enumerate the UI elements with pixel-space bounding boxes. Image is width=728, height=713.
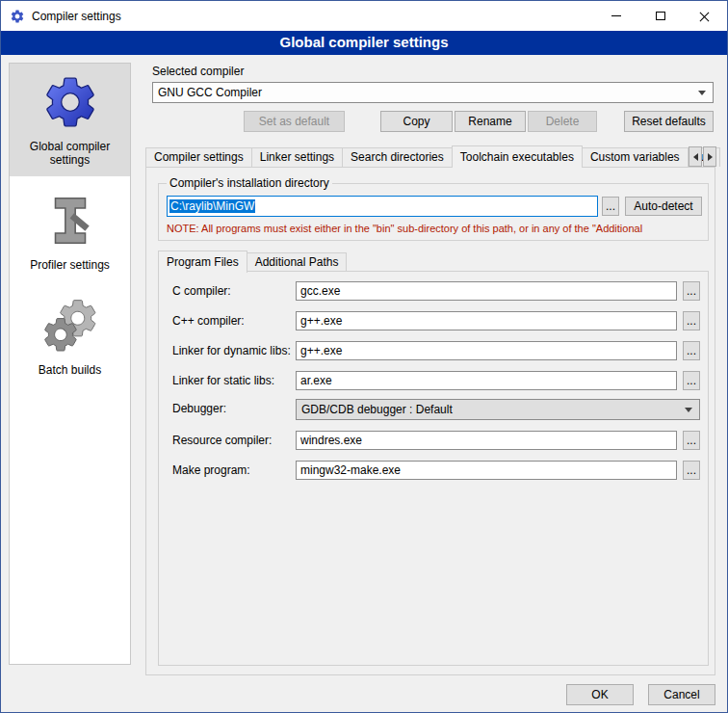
linker-dynamic-input[interactable] — [296, 341, 677, 360]
c-compiler-label: C compiler: — [172, 284, 231, 298]
cpp-compiler-input[interactable] — [296, 311, 677, 330]
resource-compiler-label: Resource compiler: — [172, 434, 272, 447]
toolchain-executables-panel: Compiler's installation directory C:\ray… — [145, 167, 715, 675]
tab-search-directories[interactable]: Search directories — [342, 147, 453, 167]
field-row-debugger: Debugger: GDB/CDB debugger : Default — [159, 399, 708, 420]
titlebar: Compiler settings — [1, 1, 727, 31]
resource-compiler-browse-button[interactable]: ... — [683, 431, 700, 450]
copy-button[interactable]: Copy — [380, 111, 453, 132]
minimize-button[interactable] — [594, 1, 638, 31]
field-row-cpp-compiler: C++ compiler: ... — [159, 311, 708, 332]
cpp-compiler-browse-button[interactable]: ... — [683, 311, 700, 330]
debugger-label: Debugger: — [172, 402, 226, 415]
arrow-right-icon — [708, 153, 713, 161]
maximize-button[interactable] — [638, 1, 683, 31]
tab-scroll-left-button[interactable] — [689, 146, 702, 167]
tab-scroll-right-button[interactable] — [703, 146, 716, 167]
profiler-tool-icon — [40, 191, 100, 251]
linker-static-input[interactable] — [296, 371, 677, 390]
compiler-settings-window: Compiler settings Global compiler settin… — [0, 0, 728, 713]
tab-linker-settings[interactable]: Linker settings — [251, 147, 343, 167]
make-program-browse-button[interactable]: ... — [683, 461, 700, 480]
installation-directory-group-title: Compiler's installation directory — [167, 176, 332, 190]
app-icon — [10, 9, 25, 24]
cancel-button[interactable]: Cancel — [648, 684, 715, 705]
tab-custom-variables[interactable]: Custom variables — [582, 147, 689, 167]
linker-dynamic-label: Linker for dynamic libs: — [172, 344, 291, 357]
close-icon — [699, 11, 711, 22]
make-program-input[interactable] — [296, 461, 677, 480]
selected-compiler-label: Selected compiler — [152, 65, 244, 78]
bin-subdirectory-note: NOTE: All programs must exist either in … — [167, 223, 706, 234]
set-as-default-button: Set as default — [244, 111, 345, 132]
installation-directory-input[interactable]: C:\raylib\MinGW — [167, 196, 598, 217]
sidebar-item-profiler-settings[interactable]: Profiler settings — [10, 182, 130, 281]
tab-toolchain-executables[interactable]: Toolchain executables — [452, 145, 583, 168]
dialog-header: Global compiler settings — [1, 31, 727, 55]
installation-directory-value: C:\raylib\MinGW — [169, 199, 255, 213]
settings-sidebar: Global compiler settings Profiler settin… — [9, 63, 131, 665]
close-button[interactable] — [683, 1, 727, 31]
field-row-resource-compiler: Resource compiler: ... — [159, 431, 708, 452]
linker-static-browse-button[interactable]: ... — [683, 371, 700, 390]
selected-compiler-select[interactable]: GNU GCC Compiler — [152, 82, 714, 103]
field-row-linker-dynamic: Linker for dynamic libs: ... — [159, 341, 708, 362]
gray-gears-icon — [40, 296, 100, 356]
blue-gear-icon — [40, 72, 100, 132]
sidebar-item-global-compiler-settings[interactable]: Global compiler settings — [10, 64, 130, 176]
window-controls — [594, 1, 727, 31]
tab-compiler-settings[interactable]: Compiler settings — [145, 147, 252, 167]
make-program-label: Make program: — [172, 463, 250, 477]
debugger-select[interactable]: GDB/CDB debugger : Default — [296, 399, 700, 420]
program-files-panel: C compiler: ... C++ compiler: ... Linker… — [158, 271, 709, 666]
arrow-left-icon — [693, 153, 698, 161]
cpp-compiler-label: C++ compiler: — [172, 314, 245, 328]
sidebar-item-label: Batch builds — [13, 363, 127, 377]
minimize-icon — [611, 15, 621, 16]
window-title: Compiler settings — [32, 10, 121, 23]
debugger-value: GDB/CDB debugger : Default — [301, 403, 453, 416]
sidebar-item-label: Profiler settings — [13, 258, 127, 272]
sidebar-item-label: Global compiler settings — [13, 140, 127, 167]
c-compiler-browse-button[interactable]: ... — [683, 281, 700, 301]
reset-defaults-button[interactable]: Reset defaults — [624, 111, 714, 132]
installation-directory-group: Compiler's installation directory C:\ray… — [158, 183, 709, 241]
resource-compiler-input[interactable] — [296, 431, 677, 450]
installation-directory-browse-button[interactable]: ... — [602, 197, 619, 216]
selected-compiler-value: GNU GCC Compiler — [158, 86, 262, 99]
chevron-down-icon — [685, 408, 692, 412]
chevron-down-icon — [698, 91, 706, 95]
maximize-icon — [656, 12, 665, 20]
linker-dynamic-browse-button[interactable]: ... — [683, 341, 700, 360]
rename-button[interactable]: Rename — [455, 111, 526, 132]
sidebar-item-batch-builds[interactable]: Batch builds — [10, 287, 130, 386]
field-row-linker-static: Linker for static libs: ... — [159, 371, 708, 392]
tab-additional-paths[interactable]: Additional Paths — [247, 252, 348, 272]
program-tabs-strip: Program Files Additional Paths — [158, 251, 346, 272]
c-compiler-input[interactable] — [296, 281, 677, 301]
field-row-c-compiler: C compiler: ... — [159, 281, 708, 303]
tab-program-files[interactable]: Program Files — [158, 251, 247, 273]
field-row-make-program: Make program: ... — [159, 461, 708, 482]
delete-button: Delete — [528, 111, 597, 132]
settings-tab-strip: Compiler settings Linker settings Search… — [145, 145, 719, 167]
auto-detect-button[interactable]: Auto-detect — [625, 197, 702, 216]
ok-button[interactable]: OK — [566, 684, 634, 705]
linker-static-label: Linker for static libs: — [172, 374, 274, 387]
